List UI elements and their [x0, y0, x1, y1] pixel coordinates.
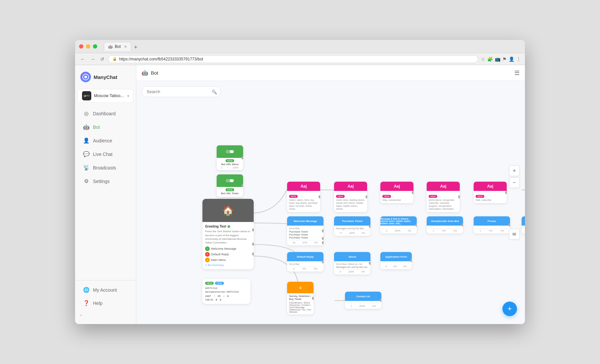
pink-msg-node-5[interactable]: Aa| NEW Wait, subscribe [474, 182, 507, 203]
workspace-selector[interactable]: 10 PRO Moscow Tattoo... ▾ [78, 89, 133, 103]
sidebar-item-my-account[interactable]: 🌐 My Account [78, 283, 133, 296]
close-button[interactable] [79, 44, 83, 49]
email-view-button[interactable]: ✉ [509, 229, 520, 239]
flow-node-msg3[interactable]: Message & link to stories, stories chart… [380, 216, 417, 234]
flow-header-promo: Promo [474, 216, 510, 226]
back-button[interactable]: ← [79, 55, 86, 63]
flow-node-default[interactable]: Default Reply Go to flow 00%0% [287, 252, 323, 272]
pink-text-3: Stop, unsubscribe [382, 199, 411, 201]
hamburger-menu-icon[interactable]: ☰ [514, 69, 520, 77]
output-dot-contact [380, 299, 381, 302]
output-dot-toggle1 [241, 156, 243, 160]
orange-body: Survey, Selection / Buy Ticket 9 Возможн… [287, 293, 314, 314]
flow-node-about[interactable]: About Go to flow / About us / inc. Messa… [334, 252, 370, 274]
flow-node-purchase[interactable]: Purchase Ticket Messages sent by this fl… [334, 216, 370, 236]
toggle-node-2[interactable]: NEW Bot URL Ticker [217, 174, 243, 197]
output-dot-welcome [252, 228, 254, 232]
svg-text:✓: ✓ [228, 226, 230, 228]
flow-header-purchase: Purchase Ticket [334, 216, 370, 226]
search-input[interactable] [142, 86, 221, 97]
flow-body-subscribe: 10%0% [522, 226, 525, 234]
pink-msg-node-2[interactable]: Aa| NEW vector store, staining stores, s… [334, 182, 367, 212]
workspace-icon: 10 PRO [82, 91, 91, 100]
toggle-badge-1: NEW [226, 159, 234, 162]
trigger-dot-welcome: ✓ [205, 246, 210, 251]
pink-body-3: NEW Stop, unsubscribe [380, 191, 413, 203]
orange-header: ≡ [287, 282, 314, 293]
output-dot-pink3 [412, 191, 413, 194]
maximize-button[interactable] [93, 44, 97, 49]
flow-body-purchase: Messages sent by this flow 17100%0% [334, 226, 370, 236]
extensions-icon[interactable]: 🧩 [487, 56, 493, 62]
toggle-node-1[interactable]: NEW Bot URL Menu 1/100% [217, 145, 243, 170]
flow-node-promo[interactable]: Promo 10%0% [474, 216, 510, 234]
flow-header-welcome: Welcome Message [287, 216, 323, 226]
security-icon: 🔒 [112, 57, 117, 61]
flow-stats-promo: 10%0% [476, 228, 508, 232]
collapse-icon: ‹ [80, 312, 82, 317]
greeting-text: Press the 'Get Started' button below to … [205, 230, 251, 244]
add-flow-button[interactable]: + [502, 302, 517, 316]
sidebar: ManyChat 10 PRO Moscow Tattoo... ▾ ◎ Das… [75, 65, 136, 324]
greeting-header: 🏠 [202, 199, 254, 222]
more-icon[interactable]: ⋮ [516, 56, 521, 62]
sidebar-item-help[interactable]: ❓ Help [78, 297, 133, 309]
trigger-label-welcome: Welcome Message [211, 247, 236, 250]
browser-tab-active[interactable]: 🤖 Bot ✕ [104, 42, 131, 51]
sidebar-item-broadcasts[interactable]: 📡 Broadcasts [78, 161, 133, 174]
flow-node-unsub[interactable]: Unsubscribe from Bot 10%0% [427, 216, 463, 234]
greeting-node[interactable]: 🏠 Greeting Text ✓ Press the 'Get Started… [202, 199, 254, 269]
flow-node-subscribe[interactable]: Subscribe to bot 10%0% [522, 216, 525, 234]
zoom-in-button[interactable]: + [509, 165, 520, 176]
output-dot-welcome-flow2 [322, 237, 323, 240]
flow-node-appform[interactable]: Application Form 00%0% [380, 252, 412, 269]
toggle-body-2: NEW Bot URL Ticker [217, 187, 243, 197]
minimize-button[interactable] [86, 44, 90, 49]
sidebar-item-bot[interactable]: 🤖 Bot [78, 121, 133, 133]
flag-icon[interactable]: ⚑ [502, 56, 507, 62]
svg-rect-3 [230, 150, 234, 153]
toggle-label-2: Bot URL Ticker [219, 192, 241, 195]
flow-canvas-area[interactable]: 🔍 [136, 81, 525, 324]
pink-badge-5: NEW [476, 195, 484, 198]
toggle-label-1: Bot URL Menu [219, 163, 241, 166]
output-dot-msg3 [415, 223, 417, 227]
pink-msg-node-3[interactable]: Aa| NEW Stop, unsubscribe [380, 182, 413, 203]
stats-node[interactable]: NEW NEW WRTC016 Автоматичество: WRTC016 … [202, 279, 250, 304]
sidebar-item-live-chat[interactable]: 💬 Live Chat [78, 148, 133, 161]
sidebar-item-audience[interactable]: 👤 Audience [78, 134, 133, 147]
settings-icon: ⚙ [83, 178, 90, 184]
new-tab-button[interactable]: + [131, 44, 140, 51]
canvas-controls: + − ✉ [509, 165, 520, 239]
orange-menu-node[interactable]: ≡ Survey, Selection / Buy Ticket 9 Возмо… [287, 282, 314, 314]
pink-body-1: NEW Select: option, form, buy ticket, bu… [287, 191, 320, 212]
address-bar[interactable]: 🔒 https://manychat.com/fb542233333579177… [108, 55, 478, 63]
output-dot-unsub [461, 223, 463, 227]
pink-msg-node-4[interactable]: Aa| NEW performance, recuperate, subscri… [427, 182, 460, 212]
bookmark-icon[interactable]: ☆ [481, 56, 485, 62]
sidebar-item-settings[interactable]: ⚙ Settings [78, 175, 133, 188]
flow-stats-default: 00%0% [289, 266, 321, 270]
zoom-out-button[interactable]: − [509, 177, 520, 188]
pink-msg-node-1[interactable]: Aa| NEW Select: option, form, buy ticket… [287, 182, 320, 212]
flow-node-contact[interactable]: Contact Us 1100%0% [345, 292, 381, 309]
pink-badge-1: NEW [289, 195, 298, 198]
output-dot-pink4 [458, 195, 460, 199]
broadcasts-icon: 📡 [83, 164, 90, 171]
sidebar-collapse-button[interactable]: ‹ [75, 310, 136, 320]
stats-id2: Автоматичество: WRTC016 [205, 290, 248, 293]
forward-button[interactable]: → [89, 55, 96, 63]
cast-icon[interactable]: 📺 [495, 56, 500, 62]
refresh-button[interactable]: ↺ [99, 55, 106, 63]
pink-text-1: Select: option, form, buy ticket, buy ti… [289, 199, 318, 210]
browser-titlebar: 🤖 Bot ✕ + [75, 40, 525, 53]
sidebar-item-dashboard[interactable]: ◎ Dashboard [78, 107, 133, 120]
flow-node-welcome[interactable]: Welcome Message Go to flow Purchase Tick… [287, 216, 323, 245]
profile-icon[interactable]: 👤 [509, 56, 514, 62]
plus-icon: + [508, 305, 512, 313]
tab-close-button[interactable]: ✕ [124, 45, 127, 49]
bot-summary-link[interactable]: ∨ Bot Summary [205, 264, 251, 267]
trigger-label-default: Default Reply [211, 253, 229, 256]
flow-stats-welcome: 4097%5% [289, 240, 321, 244]
sidebar-label-help: Help [93, 301, 103, 306]
